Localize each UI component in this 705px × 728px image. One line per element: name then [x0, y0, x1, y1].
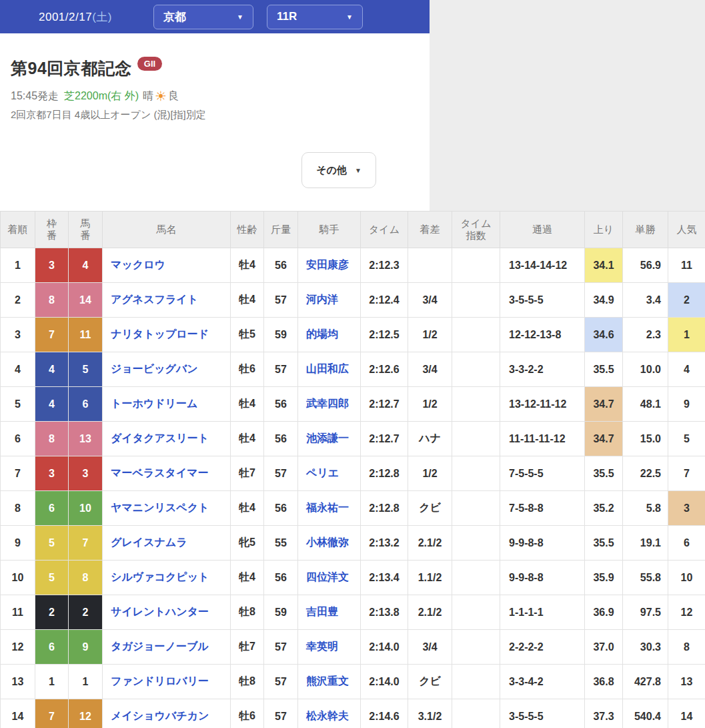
horse-name-link[interactable]: グレイスナムラ — [103, 526, 231, 561]
jockey-link[interactable]: 池添謙一 — [298, 422, 361, 456]
win-odds-cell: 2.3 — [623, 318, 668, 352]
margin-cell: 3.1/2 — [408, 699, 452, 728]
last3f-cell: 35.5 — [585, 526, 623, 561]
time-index-cell — [452, 526, 500, 561]
horse-number-badge: 7 — [69, 526, 103, 561]
weight-cell: 56 — [264, 387, 298, 422]
weight-cell: 57 — [264, 665, 298, 699]
jockey-link[interactable]: 武幸四郎 — [298, 387, 361, 422]
waku-badge: 4 — [35, 352, 69, 387]
jockey-link[interactable]: 安田康彦 — [298, 248, 361, 283]
jockey-link[interactable]: 山田和広 — [298, 352, 361, 387]
results-table-container: 着順枠番馬番馬名性齢斤量騎手タイム着差タイム指数通過上り単勝人気 134マックロ… — [0, 211, 705, 728]
passing-order-cell: 13-14-14-12 — [500, 248, 585, 283]
jockey-link[interactable]: ペリエ — [298, 456, 361, 491]
other-dropdown-label: その他 — [316, 164, 347, 177]
jockey-link[interactable]: 四位洋文 — [298, 561, 361, 595]
race-number-dropdown[interactable]: 11R ▼ — [267, 5, 363, 29]
col-header-last3f: 上り — [585, 212, 623, 248]
popularity-cell: 4 — [668, 352, 705, 387]
venue-dropdown[interactable]: 京都 ▼ — [153, 5, 253, 29]
time-index-cell — [452, 595, 500, 630]
col-header-margin: 着差 — [408, 212, 452, 248]
jockey-link[interactable]: 幸英明 — [298, 630, 361, 665]
jockey-link[interactable]: 小林徹弥 — [298, 526, 361, 561]
horse-name-link[interactable]: アグネスフライト — [103, 283, 231, 318]
passing-order-cell: 7-5-5-5 — [500, 456, 585, 491]
passing-order-cell: 13-12-11-12 — [500, 387, 585, 422]
rank-cell: 7 — [1, 456, 35, 491]
table-row: 1058シルヴァコクピット牡456四位洋文2:13.41.1/29-9-8-83… — [1, 561, 705, 595]
waku-badge: 6 — [35, 491, 69, 526]
win-odds-cell: 10.0 — [623, 352, 668, 387]
col-header-jockey: 騎手 — [298, 212, 361, 248]
horse-name-link[interactable]: タガジョーノーブル — [103, 630, 231, 665]
horse-name-link[interactable]: マーベラスタイマー — [103, 456, 231, 491]
horse-name-link[interactable]: ファンドリロバリー — [103, 665, 231, 699]
horse-name-link[interactable]: サイレントハンター — [103, 595, 231, 630]
margin-cell: 3/4 — [408, 630, 452, 665]
jockey-link[interactable]: 的場均 — [298, 318, 361, 352]
jockey-link[interactable]: 河内洋 — [298, 283, 361, 318]
time-cell: 2:12.7 — [361, 422, 408, 456]
jockey-link[interactable]: 吉田豊 — [298, 595, 361, 630]
popularity-cell: 10 — [668, 561, 705, 595]
rank-cell: 6 — [1, 422, 35, 456]
win-odds-cell: 3.4 — [623, 283, 668, 318]
sex-age-cell: 牡4 — [231, 283, 264, 318]
time-cell: 2:12.3 — [361, 248, 408, 283]
horse-number-badge: 1 — [69, 665, 103, 699]
weight-cell: 57 — [264, 456, 298, 491]
jockey-link[interactable]: 熊沢重文 — [298, 665, 361, 699]
margin-cell: 1/2 — [408, 456, 452, 491]
table-row: 1311ファンドリロバリー牡857熊沢重文2:14.0クビ3-3-4-236.8… — [1, 665, 705, 699]
popularity-cell: 12 — [668, 595, 705, 630]
rank-cell: 4 — [1, 352, 35, 387]
app-column: 2001/2/17(土) 京都 ▼ 11R ▼ 第94回京都記念 GII 15:… — [0, 0, 430, 211]
horse-name-link[interactable]: ナリタトップロード — [103, 318, 231, 352]
win-odds-cell: 55.8 — [623, 561, 668, 595]
col-header-time-index: タイム指数 — [452, 212, 500, 248]
horse-name-link[interactable]: ダイタクアスリート — [103, 422, 231, 456]
weight-cell: 57 — [264, 699, 298, 728]
sun-icon: ☀ — [155, 88, 167, 104]
col-header-number: 馬番 — [69, 212, 103, 248]
win-odds-cell: 540.4 — [623, 699, 668, 728]
race-date[interactable]: 2001/2/17(土) — [39, 9, 112, 25]
weight-cell: 56 — [264, 491, 298, 526]
jockey-link[interactable]: 福永祐一 — [298, 491, 361, 526]
horse-name-link[interactable]: マックロウ — [103, 248, 231, 283]
sex-age-cell: 牝5 — [231, 526, 264, 561]
waku-badge: 5 — [35, 561, 69, 595]
horse-name-link[interactable]: ヤマニンリスペクト — [103, 491, 231, 526]
rank-cell: 2 — [1, 283, 35, 318]
time-cell: 2:13.4 — [361, 561, 408, 595]
horse-name-link[interactable]: メイショウバチカン — [103, 699, 231, 728]
waku-badge: 8 — [35, 283, 69, 318]
horse-name-link[interactable]: ジョービッグバン — [103, 352, 231, 387]
win-odds-cell: 30.3 — [623, 630, 668, 665]
horse-name-link[interactable]: シルヴァコクピット — [103, 561, 231, 595]
race-header: 第94回京都記念 GII 15:45発走 芝2200m(右 外) 晴 ☀ 良 2… — [0, 33, 430, 188]
horse-number-badge: 3 — [69, 456, 103, 491]
sex-age-cell: 牡4 — [231, 248, 264, 283]
horse-name-link[interactable]: トーホウドリーム — [103, 387, 231, 422]
table-row: 733マーベラスタイマー牡757ペリエ2:12.81/27-5-5-535.52… — [1, 456, 705, 491]
time-index-cell — [452, 248, 500, 283]
time-cell: 2:12.7 — [361, 387, 408, 422]
waku-badge: 6 — [35, 630, 69, 665]
last3f-cell: 35.5 — [585, 352, 623, 387]
rank-cell: 5 — [1, 387, 35, 422]
sex-age-cell: 牡4 — [231, 387, 264, 422]
table-row: 6813ダイタクアスリート牡456池添謙一2:12.7ハナ11-11-11-12… — [1, 422, 705, 456]
other-dropdown[interactable]: その他 ▼ — [301, 152, 376, 188]
jockey-link[interactable]: 松永幹夫 — [298, 699, 361, 728]
time-index-cell — [452, 456, 500, 491]
sex-age-cell: 牡8 — [231, 665, 264, 699]
last3f-cell: 36.9 — [585, 595, 623, 630]
weight-cell: 56 — [264, 561, 298, 595]
passing-order-cell: 3-3-4-2 — [500, 665, 585, 699]
venue-dropdown-label: 京都 — [163, 9, 186, 25]
table-row: 957グレイスナムラ牝555小林徹弥2:13.22.1/29-9-8-835.5… — [1, 526, 705, 561]
race-number-dropdown-label: 11R — [277, 10, 297, 23]
